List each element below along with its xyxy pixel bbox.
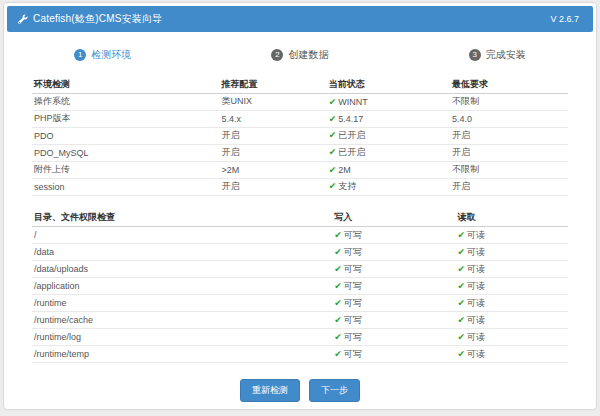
- read-status: ✔可读: [455, 329, 568, 346]
- check-icon: ✔: [334, 281, 342, 291]
- check-icon: ✔: [457, 332, 465, 342]
- env-current-status: ✔支持: [327, 178, 450, 195]
- read-status: ✔可读: [455, 346, 568, 363]
- check-icon: ✔: [457, 298, 465, 308]
- recheck-button[interactable]: 重新检测: [240, 379, 300, 402]
- env-item-name: session: [32, 178, 220, 195]
- check-icon: ✔: [334, 349, 342, 359]
- write-status: ✔可写: [332, 329, 455, 346]
- check-icon: ✔: [334, 247, 342, 257]
- step-number-badge: 1: [74, 49, 86, 61]
- env-minimum-value: 不限制: [450, 161, 568, 178]
- env-current-status: ✔已开启: [327, 127, 450, 144]
- directory-path: /data: [32, 244, 332, 261]
- read-status: ✔可读: [455, 295, 568, 312]
- env-table-row: PDO_MySQL开启✔已开启开启: [32, 144, 568, 161]
- step-2[interactable]: 2创建数据: [201, 48, 398, 62]
- directory-path: /runtime/temp: [32, 346, 332, 363]
- perm-table-row: /application✔可写✔可读: [32, 278, 568, 295]
- check-icon: ✔: [329, 165, 337, 175]
- directory-path: /application: [32, 278, 332, 295]
- env-minimum-value: 开启: [450, 144, 568, 161]
- check-icon: ✔: [334, 230, 342, 240]
- environment-check-table: 环境检测 推荐配置 当前状态 最低要求 操作系统类UNIX✔WINNT不限制PH…: [32, 76, 568, 196]
- directory-path: /runtime/cache: [32, 312, 332, 329]
- perm-col-header: 读取: [455, 210, 568, 227]
- step-label: 创建数据: [288, 48, 328, 62]
- write-status: ✔可写: [332, 295, 455, 312]
- perm-table-row: /runtime/log✔可写✔可读: [32, 329, 568, 346]
- section-spacer: [32, 196, 568, 210]
- version-label: V 2.6.7: [550, 14, 579, 24]
- step-indicator: 1检测环境2创建数据3完成安装: [4, 32, 596, 68]
- env-item-name: PHP版本: [32, 110, 220, 127]
- check-icon: ✔: [334, 298, 342, 308]
- check-icon: ✔: [457, 349, 465, 359]
- env-current-status: ✔WINNT: [327, 93, 450, 110]
- step-label: 检测环境: [91, 48, 131, 62]
- check-icon: ✔: [334, 332, 342, 342]
- check-icon: ✔: [329, 181, 337, 191]
- env-item-name: 附件上传: [32, 161, 220, 178]
- read-status: ✔可读: [455, 244, 568, 261]
- write-status: ✔可写: [332, 312, 455, 329]
- directory-path: /: [32, 227, 332, 244]
- step-label: 完成安装: [486, 48, 526, 62]
- env-minimum-value: 开启: [450, 127, 568, 144]
- step-1[interactable]: 1检测环境: [4, 48, 201, 62]
- env-recommend-value: 5.4.x: [220, 110, 327, 127]
- env-table-row: 附件上传>2M✔2M不限制: [32, 161, 568, 178]
- env-recommend-value: 开启: [220, 127, 327, 144]
- env-item-name: PDO: [32, 127, 220, 144]
- install-wizard-panel: Catefish(鲶鱼)CMS安装向导 V 2.6.7 1检测环境2创建数据3完…: [3, 2, 597, 410]
- next-step-button[interactable]: 下一步: [309, 379, 360, 402]
- page-title: Catefish(鲶鱼)CMS安装向导: [33, 12, 550, 26]
- env-current-status: ✔5.4.17: [327, 110, 450, 127]
- env-item-name: 操作系统: [32, 93, 220, 110]
- write-status: ✔可写: [332, 227, 455, 244]
- env-table-row: 操作系统类UNIX✔WINNT不限制: [32, 93, 568, 110]
- check-icon: ✔: [457, 281, 465, 291]
- read-status: ✔可读: [455, 312, 568, 329]
- check-icon: ✔: [329, 97, 337, 107]
- env-col-header: 最低要求: [450, 76, 568, 93]
- env-recommend-value: >2M: [220, 161, 327, 178]
- step-3[interactable]: 3完成安装: [399, 48, 596, 62]
- env-table-header-row: 环境检测 推荐配置 当前状态 最低要求: [32, 76, 568, 93]
- step-number-badge: 2: [271, 49, 283, 61]
- env-minimum-value: 开启: [450, 178, 568, 195]
- env-table-row: PDO开启✔已开启开启: [32, 127, 568, 144]
- check-icon: ✔: [329, 130, 337, 140]
- directory-path: /runtime/log: [32, 329, 332, 346]
- perm-table-header-row: 目录、文件权限检查 写入 读取: [32, 210, 568, 227]
- env-recommend-value: 开启: [220, 178, 327, 195]
- write-status: ✔可写: [332, 261, 455, 278]
- wrench-icon: [17, 14, 28, 25]
- perm-table-row: /runtime✔可写✔可读: [32, 295, 568, 312]
- perm-table-row: /runtime/cache✔可写✔可读: [32, 312, 568, 329]
- env-col-header: 当前状态: [327, 76, 450, 93]
- read-status: ✔可读: [455, 278, 568, 295]
- read-status: ✔可读: [455, 261, 568, 278]
- env-col-header: 推荐配置: [220, 76, 327, 93]
- directory-path: /runtime: [32, 295, 332, 312]
- check-icon: ✔: [457, 230, 465, 240]
- env-col-header: 环境检测: [32, 76, 220, 93]
- check-icon: ✔: [329, 114, 337, 124]
- title-bar: Catefish(鲶鱼)CMS安装向导 V 2.6.7: [7, 6, 593, 32]
- write-status: ✔可写: [332, 278, 455, 295]
- check-icon: ✔: [457, 247, 465, 257]
- step-number-badge: 3: [469, 49, 481, 61]
- perm-col-header: 写入: [332, 210, 455, 227]
- check-icon: ✔: [334, 264, 342, 274]
- env-current-status: ✔已开启: [327, 144, 450, 161]
- env-item-name: PDO_MySQL: [32, 144, 220, 161]
- check-icon: ✔: [457, 315, 465, 325]
- perm-table-row: /data/uploads✔可写✔可读: [32, 261, 568, 278]
- check-icon: ✔: [457, 264, 465, 274]
- write-status: ✔可写: [332, 244, 455, 261]
- env-current-status: ✔2M: [327, 161, 450, 178]
- write-status: ✔可写: [332, 346, 455, 363]
- perm-table-row: /data✔可写✔可读: [32, 244, 568, 261]
- perm-table-row: /runtime/temp✔可写✔可读: [32, 346, 568, 363]
